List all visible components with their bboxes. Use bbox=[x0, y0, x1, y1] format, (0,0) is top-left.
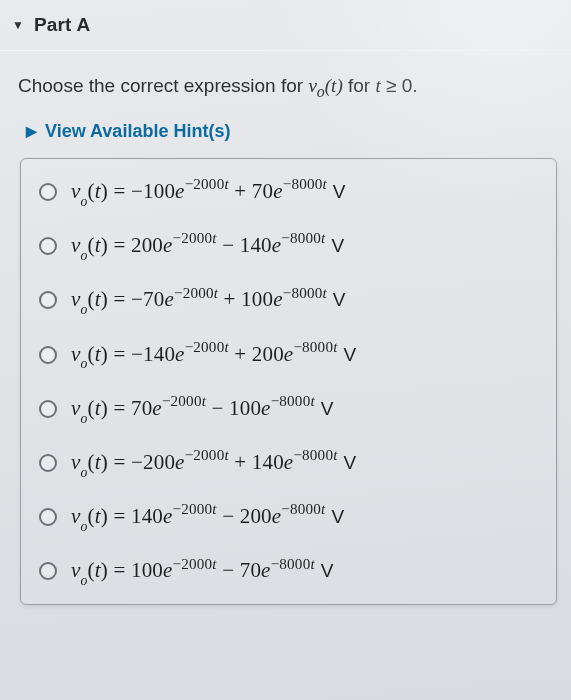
radio-icon bbox=[39, 346, 57, 364]
option-8[interactable]: vo(t) = 100e−2000t − 70e−8000tV bbox=[21, 544, 556, 598]
question-prompt: Choose the correct expression for vo(t) … bbox=[0, 51, 571, 117]
option-5[interactable]: vo(t) = 70e−2000t − 100e−8000tV bbox=[21, 382, 556, 436]
option-expression: vo(t) = 140e−2000t − 200e−8000tV bbox=[71, 502, 344, 532]
option-expression: vo(t) = −200e−2000t + 140e−8000tV bbox=[71, 448, 356, 478]
option-4[interactable]: vo(t) = −140e−2000t + 200e−8000tV bbox=[21, 328, 556, 382]
chevron-right-icon: ▶ bbox=[26, 124, 37, 138]
radio-icon bbox=[39, 183, 57, 201]
collapse-triangle-icon: ▼ bbox=[12, 19, 24, 31]
option-expression: vo(t) = −100e−2000t + 70e−8000tV bbox=[71, 177, 346, 207]
radio-icon bbox=[39, 562, 57, 580]
option-expression: vo(t) = 70e−2000t − 100e−8000tV bbox=[71, 394, 334, 424]
radio-icon bbox=[39, 454, 57, 472]
option-7[interactable]: vo(t) = 140e−2000t − 200e−8000tV bbox=[21, 490, 556, 544]
option-expression: vo(t) = −140e−2000t + 200e−8000tV bbox=[71, 340, 356, 370]
part-title: Part A bbox=[34, 14, 90, 36]
option-3[interactable]: vo(t) = −70e−2000t + 100e−8000tV bbox=[21, 273, 556, 327]
part-header[interactable]: ▼ Part A bbox=[0, 0, 571, 48]
radio-icon bbox=[39, 400, 57, 418]
options-group: vo(t) = −100e−2000t + 70e−8000tV vo(t) =… bbox=[20, 158, 557, 606]
option-expression: vo(t) = 100e−2000t − 70e−8000tV bbox=[71, 556, 334, 586]
option-expression: vo(t) = 200e−2000t − 140e−8000tV bbox=[71, 231, 344, 261]
radio-icon bbox=[39, 291, 57, 309]
option-1[interactable]: vo(t) = −100e−2000t + 70e−8000tV bbox=[21, 165, 556, 219]
view-hints-toggle[interactable]: ▶ View Available Hint(s) bbox=[0, 117, 571, 158]
radio-icon bbox=[39, 237, 57, 255]
radio-icon bbox=[39, 508, 57, 526]
option-2[interactable]: vo(t) = 200e−2000t − 140e−8000tV bbox=[21, 219, 556, 273]
option-6[interactable]: vo(t) = −200e−2000t + 140e−8000tV bbox=[21, 436, 556, 490]
view-hints-label: View Available Hint(s) bbox=[45, 121, 230, 142]
option-expression: vo(t) = −70e−2000t + 100e−8000tV bbox=[71, 285, 346, 315]
